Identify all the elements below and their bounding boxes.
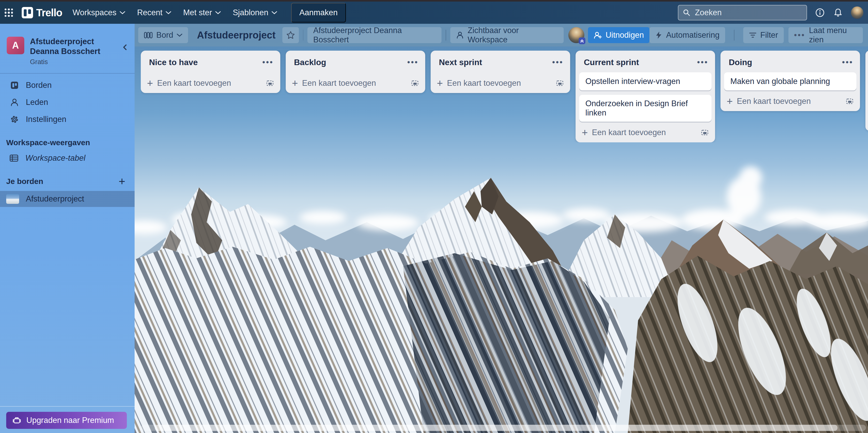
board-view-icon xyxy=(144,31,153,39)
member-avatar[interactable] xyxy=(568,27,584,43)
add-card-label: Een kaart toevoegen xyxy=(447,79,521,88)
list-menu-button[interactable]: ••• xyxy=(407,61,418,64)
card-title: Opstellen interview-vragen xyxy=(585,77,680,86)
card[interactable]: Opstellen interview-vragen xyxy=(579,72,711,90)
board-thumbnail xyxy=(6,194,19,204)
add-card-button[interactable]: +Een kaart toevoegen xyxy=(431,77,570,88)
list-header: Backlog••• xyxy=(286,51,425,72)
list-header: Current sprint••• xyxy=(576,51,715,72)
sidebar-board-item-selected[interactable]: Afstudeerproject xyxy=(0,191,134,207)
view-switcher-label: Bord xyxy=(156,30,173,40)
list-title[interactable]: Next sprint xyxy=(439,58,552,67)
nav-workspaces[interactable]: Workspaces xyxy=(71,4,127,21)
nav-label: Met ster xyxy=(183,8,212,17)
list-header: Next sprint••• xyxy=(431,51,570,72)
card-template-icon[interactable] xyxy=(266,79,274,87)
gear-icon xyxy=(10,115,19,124)
workspace-header: A Afstudeerproject Deanna Bosschert Grat… xyxy=(0,24,134,73)
star-icon xyxy=(286,30,295,40)
card-template-icon[interactable] xyxy=(701,128,709,137)
plus-icon: + xyxy=(292,79,298,87)
filter-label: Filter xyxy=(760,30,778,40)
member-icon xyxy=(10,98,19,107)
board-horizontal-scrollbar[interactable] xyxy=(141,425,866,431)
window-edge xyxy=(0,0,868,2)
search-box[interactable] xyxy=(678,5,807,21)
add-card-button[interactable]: +Een kaart toevoegen xyxy=(141,77,280,88)
visibility-label: Zichtbaar voor Workspace xyxy=(468,26,558,44)
top-app-bar: Trello Workspaces Recent Met ster Sjablo… xyxy=(0,2,868,24)
card-template-icon[interactable] xyxy=(411,79,419,87)
add-board-button[interactable]: + xyxy=(115,178,129,185)
workspace-avatar: A xyxy=(7,37,24,54)
card[interactable]: Onderzoeken in Design Brief linken xyxy=(579,95,711,122)
invite-label: Uitnodigen xyxy=(606,30,644,40)
add-card-button[interactable]: +Een kaart toevoegen xyxy=(576,126,715,137)
scrollbar-thumb[interactable] xyxy=(155,425,838,431)
list-title[interactable]: Nice to have xyxy=(149,58,262,67)
admin-badge-icon xyxy=(579,37,585,44)
upgrade-premium-label: Upgraden naar Premium xyxy=(26,416,114,425)
add-member-icon xyxy=(594,31,602,39)
sidebar-item-settings[interactable]: Instellingen xyxy=(0,111,134,128)
nav-label: Sjablonen xyxy=(233,8,269,17)
add-card-button[interactable]: +Een kaart toevoegen xyxy=(720,95,860,106)
card-stack: Maken van globale planning xyxy=(720,72,860,90)
visibility-button[interactable]: Zichtbaar voor Workspace xyxy=(450,27,564,43)
nav-starred[interactable]: Met ster xyxy=(182,4,222,21)
create-button[interactable]: Aanmaken xyxy=(291,3,346,23)
sidebar-item-members[interactable]: Leden xyxy=(0,94,134,111)
list-title[interactable]: Backlog xyxy=(294,58,407,67)
add-card-label: Een kaart toevoegen xyxy=(302,79,376,88)
show-menu-button[interactable]: ••• Laat menu zien xyxy=(788,27,863,43)
card-template-icon[interactable] xyxy=(845,97,854,105)
list-menu-button[interactable]: ••• xyxy=(262,61,274,64)
nav-label: Workspaces xyxy=(72,8,117,17)
views-section-header: Workspace-weergaven xyxy=(0,128,134,150)
collapse-sidebar-icon[interactable] xyxy=(121,43,129,51)
workspace-name: Afstudeerproject Deanna Bosschert xyxy=(30,37,115,56)
workspace-plan: Gratis xyxy=(30,58,116,66)
sidebar-item-workspace-table[interactable]: Workspace-tabel xyxy=(0,150,134,167)
add-card-label: Een kaart toevoegen xyxy=(592,128,666,137)
list-menu-button[interactable]: ••• xyxy=(552,61,563,64)
upgrade-premium-button[interactable]: Upgraden naar Premium xyxy=(6,412,127,429)
workspace-sidebar: A Afstudeerproject Deanna Bosschert Grat… xyxy=(0,24,134,433)
board-title[interactable]: Afstudeerproject xyxy=(197,30,275,41)
sidebar-item-boards[interactable]: Borden xyxy=(0,77,134,94)
chevron-down-icon xyxy=(120,11,125,14)
sidebar-item-label: Instellingen xyxy=(26,115,66,124)
notifications-bell-icon[interactable] xyxy=(833,7,843,18)
search-input[interactable] xyxy=(694,8,802,18)
lightning-icon xyxy=(655,31,662,39)
sidebar-item-label: Borden xyxy=(26,81,52,90)
nav-templates[interactable]: Sjablonen xyxy=(231,4,279,21)
list-menu-button[interactable]: ••• xyxy=(697,61,708,64)
list-header: Nice to have••• xyxy=(141,51,280,72)
filter-button[interactable]: Filter xyxy=(743,27,784,43)
board-view-switcher[interactable]: Bord xyxy=(138,27,188,43)
automation-button[interactable]: Automatisering xyxy=(649,27,725,43)
workspace-button[interactable]: Afstudeerproject Deanna Bosschert xyxy=(307,27,441,43)
invite-button[interactable]: Uitnodigen xyxy=(588,27,649,43)
card-template-icon[interactable] xyxy=(556,79,564,87)
add-card-button[interactable]: +Een kaart toevoegen xyxy=(286,77,425,88)
plus-icon: + xyxy=(582,129,588,136)
list-title[interactable]: Current sprint xyxy=(584,58,697,67)
sidebar-item-label: Leden xyxy=(26,98,48,107)
card[interactable]: Maken van globale planning xyxy=(724,72,857,90)
chevron-down-icon xyxy=(272,11,277,14)
boards-header-label: Je borden xyxy=(6,177,43,186)
list-partial xyxy=(865,51,868,131)
nav-recent[interactable]: Recent xyxy=(135,4,173,21)
list-title[interactable]: Doing xyxy=(729,58,842,67)
list-menu-button[interactable]: ••• xyxy=(842,61,853,64)
boards-section-header: Je borden + xyxy=(0,167,134,188)
chevron-down-icon xyxy=(177,33,182,37)
trello-home-button[interactable]: Trello xyxy=(22,7,62,19)
filter-icon xyxy=(749,32,757,38)
info-icon[interactable] xyxy=(815,7,825,18)
user-avatar[interactable] xyxy=(851,6,863,19)
star-board-button[interactable] xyxy=(282,27,299,43)
app-switcher-icon[interactable] xyxy=(5,8,13,17)
